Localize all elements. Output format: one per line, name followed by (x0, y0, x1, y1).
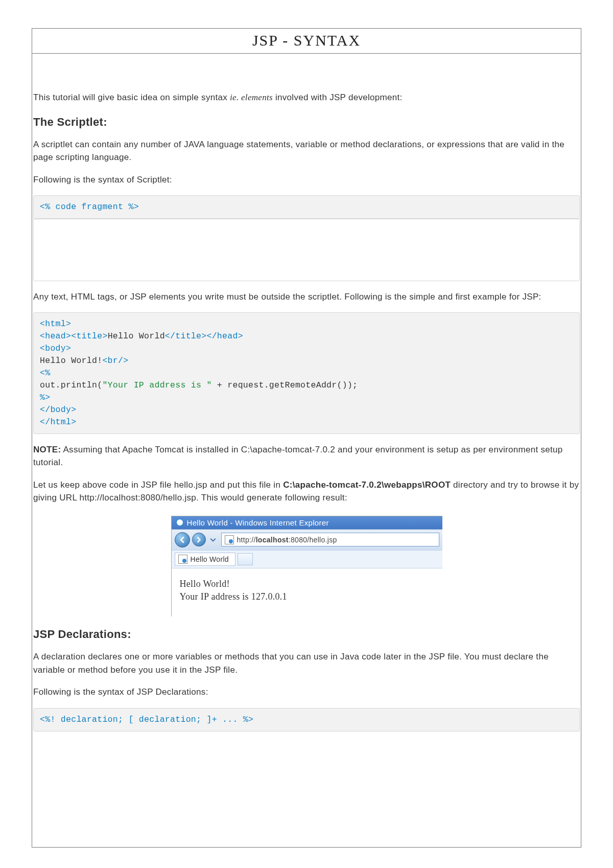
url-host: localhost (256, 536, 289, 544)
note-label: NOTE: (33, 445, 61, 454)
decl-desc: A declaration declares one or more varia… (33, 650, 580, 676)
page-icon (178, 555, 187, 564)
keepcode-pre: Let us keep above code in JSP file hello… (33, 480, 283, 490)
new-tab-button[interactable] (238, 553, 253, 565)
code-line: </title></head> (165, 331, 243, 341)
code-line: <head><title> (40, 331, 108, 341)
code-line: %> (40, 393, 50, 402)
output-line-1: Hello World! (180, 578, 434, 590)
browser-title: Hello World - Windows Internet Explorer (187, 518, 329, 527)
code-scriptlet-syntax: <% code fragment %> (33, 195, 580, 219)
intro-text-pre: This tutorial will give basic idea on si… (33, 93, 230, 102)
page-icon (225, 535, 234, 544)
arrow-right-icon (196, 537, 202, 543)
code-text: <% code fragment %> (40, 202, 139, 212)
code-decl-syntax: <%! declaration; [ declaration; ]+ ... %… (33, 708, 580, 732)
code-text: <%! declaration; [ declaration; ]+ ... %… (40, 715, 253, 724)
code-hello-world: <html> <head><title>Hello World</title><… (33, 312, 580, 433)
scriptlet-syntax-intro: Following is the syntax of Scriptlet: (33, 173, 580, 187)
note-paragraph: NOTE: Assuming that Apache Tomcat is ins… (33, 443, 580, 469)
output-line-2: Your IP address is 127.0.0.1 (180, 590, 434, 603)
forward-button[interactable] (192, 533, 206, 546)
url-pre: http:// (237, 536, 256, 544)
keepcode-paragraph: Let us keep above code in JSP file hello… (33, 478, 580, 505)
code-empty-area (33, 219, 580, 281)
browser-navbar: http://localhost:8080/hello.jsp (172, 529, 442, 550)
page-title: JSP - SYNTAX (32, 29, 581, 54)
code-line: Hello World (108, 331, 165, 341)
url-post: :8080/hello.jsp (289, 536, 337, 544)
tab-label: Hello World (191, 555, 229, 563)
browser-tabbar: Hello World (172, 550, 442, 568)
code-line: out.println( (40, 380, 102, 390)
code-line: <% (40, 368, 50, 378)
dropdown-icon[interactable] (210, 537, 216, 543)
code-line: <body> (40, 344, 71, 353)
decl-syntax-intro: Following is the syntax of JSP Declarati… (33, 686, 580, 699)
browser-screenshot: Hello World - Windows Internet Explorer … (171, 516, 442, 616)
note-text: Assuming that Apache Tomcat is installed… (33, 445, 563, 468)
code-line: "Your IP address is " (102, 380, 211, 390)
browser-tab[interactable]: Hello World (175, 553, 235, 566)
address-bar[interactable]: http://localhost:8080/hello.jsp (221, 533, 439, 546)
code-line: Hello World! (40, 356, 102, 366)
ie-icon (176, 518, 184, 527)
code-line: + request.getRemoteAddr()); (212, 380, 358, 390)
scriptlet-example-intro: Any text, HTML tags, or JSP elements you… (33, 290, 580, 304)
code-line: </body> (40, 405, 76, 415)
code-line: <br/> (102, 356, 128, 366)
browser-titlebar: Hello World - Windows Internet Explorer (172, 516, 442, 529)
browser-content: Hello World! Your IP address is 127.0.0.… (172, 568, 442, 616)
arrow-left-icon (179, 536, 186, 543)
back-button[interactable] (175, 532, 190, 547)
intro-paragraph: This tutorial will give basic idea on si… (33, 91, 580, 104)
intro-text-italic: ie. elements (230, 93, 273, 102)
scriptlet-desc: A scriptlet can contain any number of JA… (33, 138, 580, 164)
code-line: </html> (40, 417, 76, 427)
intro-text-post: involved with JSP development: (273, 93, 403, 102)
code-line: <html> (40, 319, 71, 329)
keepcode-path: C:\apache-tomcat-7.0.2\webapps\ROOT (283, 480, 451, 490)
heading-scriptlet: The Scriptlet: (33, 116, 580, 129)
heading-declarations: JSP Declarations: (33, 628, 580, 641)
